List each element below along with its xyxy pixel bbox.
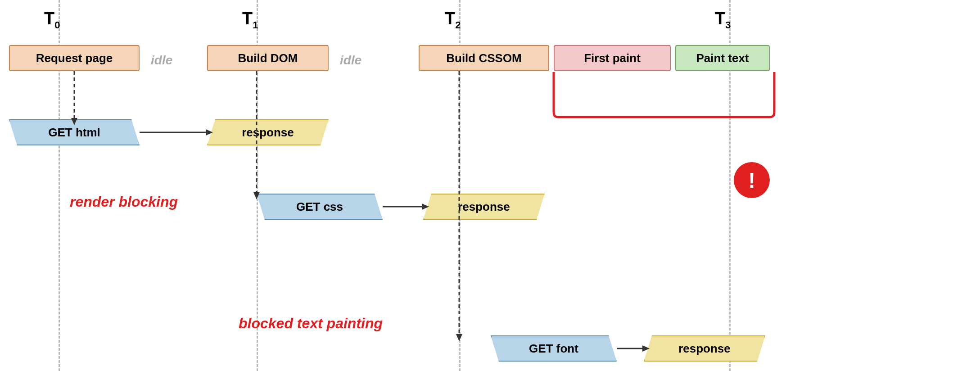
- paint-text-box: Paint text: [675, 45, 770, 71]
- response-font-box: response: [644, 335, 765, 362]
- idle-label-1: idle: [151, 53, 172, 68]
- first-paint-box: First paint: [554, 45, 671, 71]
- time-label-t3: T3: [715, 9, 731, 31]
- build-dom-box: Build DOM: [207, 45, 329, 71]
- response-css-box: response: [423, 194, 545, 220]
- render-blocking-label: render blocking: [70, 194, 178, 210]
- idle-label-2: idle: [340, 53, 361, 68]
- error-circle: !: [734, 162, 770, 198]
- get-css-box: GET css: [257, 194, 383, 220]
- time-label-t2: T2: [445, 9, 461, 31]
- diagram: T0 T1 T2 T3 Request page idle Build DOM …: [0, 0, 980, 371]
- build-cssom-box: Build CSSOM: [419, 45, 549, 71]
- blocked-text-painting-label: blocked text painting: [239, 315, 383, 332]
- time-label-t1: T1: [242, 9, 258, 31]
- get-font-box: GET font: [491, 335, 617, 362]
- time-label-t0: T0: [44, 9, 60, 31]
- request-page-box: Request page: [9, 45, 140, 71]
- response-html-box: response: [207, 119, 329, 145]
- get-html-box: GET html: [9, 119, 140, 145]
